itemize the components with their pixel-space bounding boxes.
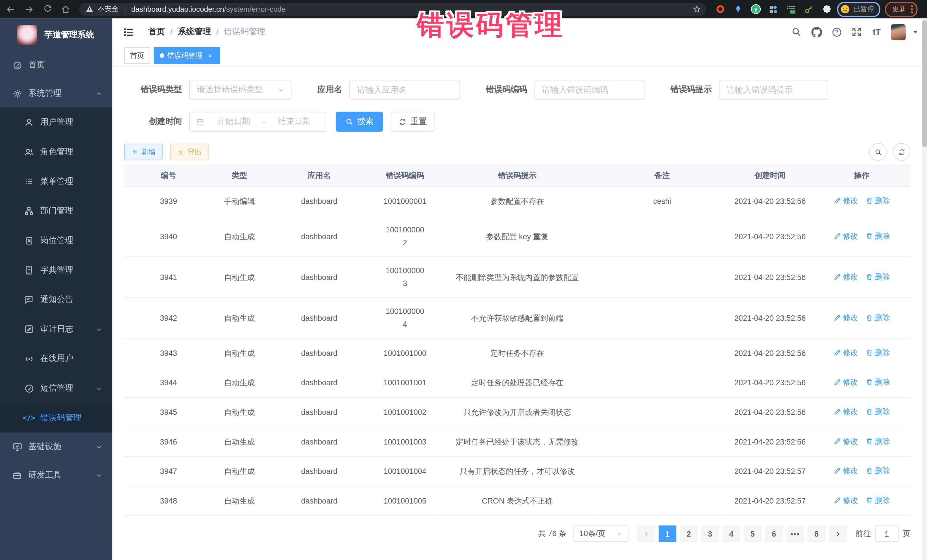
edit-button[interactable]: 修改	[833, 311, 858, 324]
plus-icon	[131, 148, 138, 155]
scrollbar-thumb[interactable]	[922, 20, 927, 147]
y-circle-icon[interactable]: y	[749, 3, 761, 15]
sidebar-item-label: 审计日志	[40, 324, 73, 334]
page-button[interactable]: 2	[680, 525, 698, 542]
sidebar-item-menu-list[interactable]: 菜单管理	[0, 167, 112, 196]
page-button[interactable]: 4	[722, 525, 740, 542]
sidebar-item-user[interactable]: 用户管理	[0, 108, 112, 137]
cell-code: 1001000002	[372, 216, 438, 257]
sidebar-item-online-user[interactable]: 在线用户	[0, 344, 112, 373]
list-on-icon[interactable]: on	[785, 3, 797, 15]
delete-button[interactable]: 删除	[865, 270, 890, 284]
edit-button[interactable]: 修改	[833, 464, 858, 478]
edit-button[interactable]: 修改	[833, 194, 858, 208]
home-icon[interactable]	[58, 2, 73, 17]
page-size-select[interactable]: 10条/页	[574, 525, 629, 542]
sidebar-item-dictionary[interactable]: 字典管理	[0, 255, 112, 285]
page-button[interactable]: 3	[701, 525, 719, 542]
cell-remark	[597, 398, 727, 427]
next-page-button[interactable]	[829, 525, 846, 542]
back-icon[interactable]	[3, 2, 18, 17]
edit-button[interactable]: 修改	[833, 434, 858, 448]
puzzle-icon[interactable]	[821, 3, 832, 15]
edit-button[interactable]: 修改	[833, 375, 858, 389]
sidebar-item-org-tree[interactable]: 部门管理	[0, 196, 112, 226]
sidebar-item-sms[interactable]: 短信管理	[0, 373, 112, 403]
page-button[interactable]: 5	[744, 525, 761, 542]
ubuntu-icon[interactable]	[714, 3, 726, 15]
app-name-input[interactable]	[350, 80, 459, 99]
pin-icon[interactable]	[732, 3, 744, 15]
delete-button[interactable]: 删除	[865, 346, 890, 360]
delete-icon	[865, 496, 873, 504]
breadcrumb-system[interactable]: 系统管理	[178, 27, 211, 37]
refresh-table-button[interactable]	[893, 143, 910, 161]
announcement-icon	[24, 294, 34, 305]
github-icon[interactable]	[811, 26, 822, 38]
goto-page: 前往 页	[856, 525, 910, 542]
update-button[interactable]: 更新	[885, 2, 918, 17]
cell-code: 1001001003	[372, 427, 438, 457]
delete-button[interactable]: 删除	[865, 229, 890, 243]
page-scrollbar[interactable]	[922, 18, 927, 560]
fullscreen-icon[interactable]	[851, 26, 863, 38]
edit-button[interactable]: 修改	[833, 493, 858, 507]
forward-icon[interactable]	[21, 2, 37, 17]
delete-button[interactable]: 删除	[865, 194, 890, 208]
sidebar-item-dashboard[interactable]: 首页	[0, 51, 112, 79]
delete-button[interactable]: 删除	[865, 493, 890, 507]
search-icon[interactable]	[790, 26, 802, 38]
delete-button[interactable]: 删除	[865, 405, 890, 419]
delete-button[interactable]: 删除	[865, 311, 890, 324]
delete-button[interactable]: 删除	[865, 375, 890, 389]
table-header-row: 编号类型应用名错误码编码错误码提示备注创建时间操作	[124, 165, 910, 187]
edit-button[interactable]: 修改	[833, 346, 858, 360]
reload-icon[interactable]	[40, 2, 55, 17]
sidebar-item-infrastructure[interactable]: 基础设施	[0, 433, 112, 461]
prev-page-button[interactable]	[637, 525, 655, 542]
close-icon[interactable]: ×	[206, 51, 214, 59]
key-icon[interactable]	[803, 3, 815, 15]
page-button[interactable]: 8	[807, 525, 825, 542]
add-button[interactable]: 新增	[124, 144, 163, 160]
tag-error-code[interactable]: 错误码管理 ×	[154, 47, 220, 64]
delete-button[interactable]: 删除	[865, 464, 890, 478]
font-size-icon[interactable]: tT	[871, 26, 883, 38]
sidebar-item-announcement[interactable]: 通知公告	[0, 285, 112, 314]
page-button[interactable]: 6	[765, 525, 783, 542]
sidebar-item-error-code[interactable]: </>错误码管理	[0, 403, 112, 433]
search-button[interactable]: 搜索	[336, 112, 383, 132]
kebab-menu-icon[interactable]	[911, 5, 913, 13]
goto-page-input[interactable]	[875, 525, 899, 542]
user-avatar[interactable]	[891, 24, 906, 40]
breadcrumb-home[interactable]: 首页	[148, 27, 165, 37]
error-type-select[interactable]: 请选择错误码类型	[189, 80, 292, 100]
export-button[interactable]: 导出	[170, 144, 209, 160]
delete-button[interactable]: 删除	[865, 434, 890, 448]
hamburger-icon[interactable]	[122, 26, 134, 38]
sidebar-item-badge[interactable]: 岗位管理	[0, 226, 112, 255]
edit-button[interactable]: 修改	[833, 405, 858, 419]
grid-icon[interactable]	[767, 3, 779, 15]
error-hint-input[interactable]	[719, 80, 827, 99]
date-range-picker[interactable]: 开始日期 - 结束日期	[189, 112, 326, 132]
more-pages-button[interactable]: •••	[786, 526, 804, 542]
toggle-search-button[interactable]	[869, 143, 887, 161]
paused-badge[interactable]: 已暂停	[837, 2, 880, 17]
sidebar-item-dev-tools[interactable]: 研发工具	[0, 461, 112, 489]
sidebar-item-users[interactable]: 角色管理	[0, 137, 112, 167]
edit-button[interactable]: 修改	[833, 270, 858, 284]
help-icon[interactable]	[831, 26, 842, 38]
reset-button[interactable]: 重置	[391, 112, 435, 132]
error-code-input[interactable]	[535, 80, 644, 99]
chevron-down-icon[interactable]	[912, 28, 919, 35]
sidebar-item-gear[interactable]: 系统管理	[0, 79, 112, 108]
cell-type: 自动生成	[213, 398, 266, 427]
url-bar[interactable]: 不安全 dashboard.yudao.iocoder.cn/system/er…	[79, 3, 706, 16]
sidebar-item-audit-log[interactable]: 审计日志	[0, 314, 112, 344]
app-logo[interactable]: 芋道管理系统	[0, 18, 112, 51]
edit-button[interactable]: 修改	[833, 229, 858, 243]
page-button[interactable]: 1	[659, 525, 676, 542]
tag-home[interactable]: 首页	[124, 47, 150, 64]
bookmark-star-icon[interactable]	[692, 5, 701, 14]
